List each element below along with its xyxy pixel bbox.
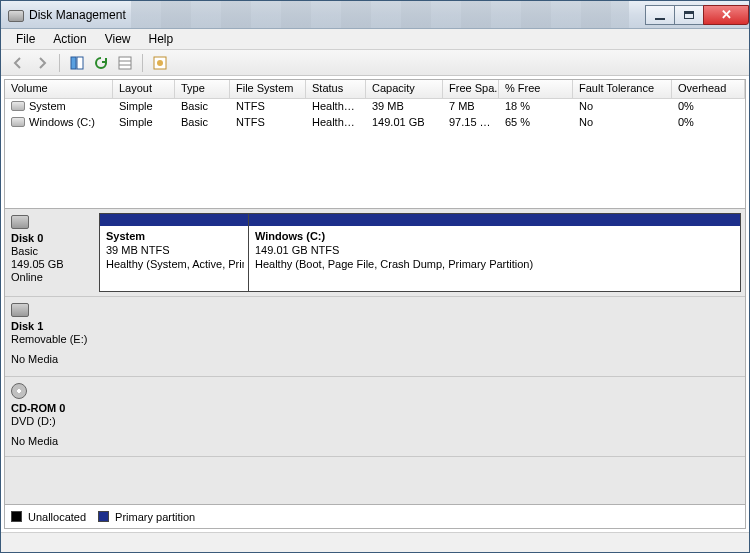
disk-info: Disk 1 Removable (E:) No Media bbox=[5, 297, 97, 376]
partition-title: System bbox=[106, 230, 145, 242]
removable-disk-icon bbox=[11, 303, 29, 317]
cell-free: 97.15 GB bbox=[443, 115, 499, 131]
disk-info: Disk 0 Basic 149.05 GB Online bbox=[5, 209, 97, 296]
svg-rect-2 bbox=[119, 57, 131, 69]
legend-swatch-unallocated bbox=[11, 511, 22, 522]
list-icon bbox=[118, 56, 132, 70]
window-title: Disk Management bbox=[29, 8, 126, 22]
volume-list-header: Volume Layout Type File System Status Ca… bbox=[5, 80, 745, 99]
volume-row[interactable]: Windows (C:) Simple Basic NTFS Healthy (… bbox=[5, 115, 745, 131]
disk-state: Online bbox=[11, 271, 91, 283]
close-button[interactable]: ✕ bbox=[703, 5, 749, 25]
volume-name: System bbox=[29, 100, 66, 112]
disk-name: Disk 0 bbox=[11, 232, 91, 244]
volume-list[interactable]: Volume Layout Type File System Status Ca… bbox=[4, 79, 746, 209]
toolbar-separator bbox=[142, 54, 143, 72]
cell-fault: No bbox=[573, 99, 672, 115]
col-filesystem[interactable]: File System bbox=[230, 80, 306, 99]
col-overhead[interactable]: Overhead bbox=[672, 80, 745, 99]
partition-title: Windows (C:) bbox=[255, 230, 325, 242]
volume-icon bbox=[11, 117, 25, 127]
col-status[interactable]: Status bbox=[306, 80, 366, 99]
properties-button[interactable] bbox=[114, 52, 136, 74]
maximize-button[interactable] bbox=[674, 5, 704, 25]
cell-layout: Simple bbox=[113, 115, 175, 131]
disk-map: Disk 0 Basic 149.05 GB Online System 39 … bbox=[4, 209, 746, 505]
cell-type: Basic bbox=[175, 99, 230, 115]
svg-rect-0 bbox=[71, 57, 76, 69]
cell-pct: 18 % bbox=[499, 99, 573, 115]
menu-file[interactable]: File bbox=[7, 30, 44, 48]
cell-overhead: 0% bbox=[672, 115, 745, 131]
toolbar-separator bbox=[59, 54, 60, 72]
arrow-right-icon bbox=[35, 56, 49, 70]
disk-row-0[interactable]: Disk 0 Basic 149.05 GB Online System 39 … bbox=[5, 209, 745, 297]
volume-icon bbox=[11, 101, 25, 111]
menu-view[interactable]: View bbox=[96, 30, 140, 48]
window-controls: ✕ bbox=[646, 5, 749, 25]
cell-free: 7 MB bbox=[443, 99, 499, 115]
titlebar[interactable]: Disk Management ✕ bbox=[1, 1, 749, 29]
menubar: File Action View Help bbox=[1, 29, 749, 50]
disk-management-icon bbox=[7, 7, 23, 23]
partition-color-bar bbox=[100, 214, 248, 226]
col-fault[interactable]: Fault Tolerance bbox=[573, 80, 672, 99]
partition-windows-c[interactable]: Windows (C:) 149.01 GB NTFS Healthy (Boo… bbox=[248, 213, 741, 292]
legend: Unallocated Primary partition bbox=[4, 505, 746, 529]
help-icon bbox=[153, 56, 167, 70]
svg-point-6 bbox=[157, 60, 163, 66]
disk-info: CD-ROM 0 DVD (D:) No Media bbox=[5, 377, 97, 456]
toolbar bbox=[1, 50, 749, 76]
refresh-button[interactable] bbox=[90, 52, 112, 74]
tree-icon bbox=[70, 56, 84, 70]
disk-state: No Media bbox=[11, 353, 91, 365]
disk-type: Basic bbox=[11, 245, 91, 257]
col-free[interactable]: Free Spa... bbox=[443, 80, 499, 99]
cell-layout: Simple bbox=[113, 99, 175, 115]
volume-name: Windows (C:) bbox=[29, 116, 95, 128]
legend-label-unallocated: Unallocated bbox=[28, 511, 86, 523]
menu-help[interactable]: Help bbox=[140, 30, 183, 48]
cell-overhead: 0% bbox=[672, 99, 745, 115]
cell-fs: NTFS bbox=[230, 99, 306, 115]
cdrom-icon bbox=[11, 383, 27, 399]
disk-name: CD-ROM 0 bbox=[11, 402, 91, 414]
partition-status: Healthy (System, Active, Primary Partiti… bbox=[106, 258, 244, 272]
show-hide-tree-button[interactable] bbox=[66, 52, 88, 74]
legend-label-primary: Primary partition bbox=[115, 511, 195, 523]
col-capacity[interactable]: Capacity bbox=[366, 80, 443, 99]
col-type[interactable]: Type bbox=[175, 80, 230, 99]
titlebar-glass bbox=[131, 1, 629, 28]
disk-row-1[interactable]: Disk 1 Removable (E:) No Media bbox=[5, 297, 745, 377]
disk-icon bbox=[11, 215, 29, 229]
content-area: Volume Layout Type File System Status Ca… bbox=[1, 76, 749, 532]
disk-state: No Media bbox=[11, 435, 91, 447]
statusbar bbox=[1, 532, 749, 552]
partition-status: Healthy (Boot, Page File, Crash Dump, Pr… bbox=[255, 258, 533, 270]
cell-status: Healthy (B... bbox=[306, 115, 366, 131]
cell-pct: 65 % bbox=[499, 115, 573, 131]
minimize-button[interactable] bbox=[645, 5, 675, 25]
disk-row-cdrom[interactable]: CD-ROM 0 DVD (D:) No Media bbox=[5, 377, 745, 457]
partition-system[interactable]: System 39 MB NTFS Healthy (System, Activ… bbox=[99, 213, 249, 292]
disk-size: 149.05 GB bbox=[11, 258, 91, 270]
nav-back-button[interactable] bbox=[7, 52, 29, 74]
col-pctfree[interactable]: % Free bbox=[499, 80, 573, 99]
disk-type: Removable (E:) bbox=[11, 333, 91, 345]
col-layout[interactable]: Layout bbox=[113, 80, 175, 99]
disk-partitions bbox=[97, 297, 745, 376]
col-volume[interactable]: Volume bbox=[5, 80, 113, 99]
volume-row[interactable]: System Simple Basic NTFS Healthy (S... 3… bbox=[5, 99, 745, 115]
cell-fault: No bbox=[573, 115, 672, 131]
menu-action[interactable]: Action bbox=[44, 30, 95, 48]
partition-size: 39 MB NTFS bbox=[106, 244, 170, 256]
partition-color-bar bbox=[249, 214, 740, 226]
cell-status: Healthy (S... bbox=[306, 99, 366, 115]
legend-swatch-primary bbox=[98, 511, 109, 522]
cell-fs: NTFS bbox=[230, 115, 306, 131]
help-button[interactable] bbox=[149, 52, 171, 74]
refresh-icon bbox=[94, 56, 108, 70]
nav-forward-button[interactable] bbox=[31, 52, 53, 74]
cell-capacity: 39 MB bbox=[366, 99, 443, 115]
svg-rect-1 bbox=[77, 57, 83, 69]
